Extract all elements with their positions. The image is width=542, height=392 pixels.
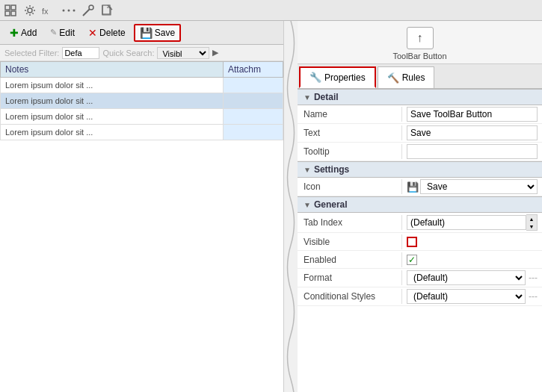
icon-select-wrap: 💾 Save [407, 179, 538, 194]
tabs: 🔧 Properties 🔨 Rules [298, 64, 542, 89]
left-panel: ✚ Add ✎ Edit ✕ Delete 💾 Save Selected Fi… [0, 21, 284, 392]
add-label: Add [21, 28, 37, 38]
gear-icon[interactable] [22, 3, 37, 18]
cell-notes: Lorem ipsum dolor sit ... [1, 109, 224, 125]
section-settings-label: Settings [314, 164, 349, 175]
enabled-checkbox[interactable]: ✓ [407, 255, 417, 265]
wavy-divider [284, 21, 298, 392]
table-area: Notes Attachm Lorem ipsum dolor sit ...L… [0, 61, 283, 392]
delete-icon: ✕ [88, 27, 97, 39]
quick-search-label: Quick Search: [102, 49, 154, 57]
edit-icon: ✎ [50, 28, 57, 37]
settings-collapse-icon[interactable]: ▼ [304, 166, 311, 174]
prop-format-row: Format (Default) --- [298, 269, 542, 287]
tools-icon[interactable] [81, 3, 96, 18]
svg-text:fx: fx [42, 6, 49, 15]
prop-tooltip-input[interactable] [407, 144, 538, 159]
prop-icon-row: Icon 💾 Save [298, 178, 542, 196]
tab-rules-label: Rules [402, 72, 425, 83]
prop-tooltip-row: Tooltip [298, 143, 542, 161]
prop-enabled-value: ✓ [402, 253, 542, 267]
icon-preview: 💾 [407, 181, 419, 193]
col-notes: Notes [1, 62, 224, 78]
format-dashes: --- [529, 273, 538, 283]
ellipsis-icon[interactable] [61, 3, 76, 18]
selected-filter-input[interactable] [62, 47, 99, 59]
svg-point-7 [68, 9, 70, 11]
tab-properties-label: Properties [324, 72, 366, 83]
prop-text-row: Text [298, 124, 542, 143]
cell-attachment [224, 93, 283, 109]
add-button[interactable]: ✚ Add [4, 25, 42, 41]
delete-button[interactable]: ✕ Delete [83, 25, 131, 41]
svg-point-10 [89, 5, 93, 10]
svg-rect-3 [11, 11, 16, 16]
prop-name-value [402, 105, 542, 123]
save-label: Save [155, 28, 175, 38]
save-button[interactable]: 💾 Save [134, 24, 181, 42]
prop-name-input[interactable] [407, 107, 538, 122]
spinner-wrap: ▲ ▼ [407, 214, 538, 231]
main-content: ✚ Add ✎ Edit ✕ Delete 💾 Save Selected Fi… [0, 21, 542, 392]
prop-name-label: Name [298, 107, 402, 122]
cell-notes: Lorem ipsum dolor sit ... [1, 93, 224, 109]
prop-tabindex-input[interactable] [407, 215, 526, 230]
general-collapse-icon[interactable]: ▼ [304, 201, 311, 209]
spinner-buttons: ▲ ▼ [526, 214, 538, 231]
conditional-styles-dashes: --- [529, 291, 538, 302]
prop-tabindex-row: Tab Index ▲ ▼ [298, 213, 542, 233]
filter-bar: Selected Filter: Quick Search: Visibl ▶ [0, 45, 283, 61]
table-row[interactable]: Lorem ipsum dolor sit ... [1, 109, 283, 125]
visible-checkbox[interactable] [407, 237, 417, 247]
section-detail-header: ▼ Detail [298, 89, 542, 105]
section-detail-label: Detail [314, 92, 339, 102]
prop-visible-value [402, 235, 542, 249]
properties-panel: ▼ Detail Name Text Tooltip [298, 89, 542, 392]
svg-point-4 [28, 8, 32, 13]
prop-format-label: Format [298, 270, 402, 285]
cell-attachment [224, 125, 283, 140]
prop-text-input[interactable] [407, 125, 538, 140]
prop-conditional-styles-select[interactable]: (Default) [407, 289, 526, 304]
svg-point-6 [63, 9, 65, 11]
tab-properties[interactable]: 🔧 Properties [299, 66, 376, 88]
section-general-label: General [314, 199, 348, 210]
section-settings-header: ▼ Settings [298, 161, 542, 178]
table-row[interactable]: Lorem ipsum dolor sit ... [1, 78, 283, 93]
export-icon[interactable] [100, 3, 115, 18]
top-toolbar: fx [0, 0, 542, 21]
prop-tooltip-label: Tooltip [298, 144, 402, 159]
table-row[interactable]: Lorem ipsum dolor sit ... [1, 93, 283, 109]
table-row[interactable]: Lorem ipsum dolor sit ... [1, 125, 283, 140]
spinner-up-button[interactable]: ▲ [526, 215, 537, 223]
spinner-down-button[interactable]: ▼ [526, 223, 537, 230]
search-trigger-icon[interactable]: ▶ [212, 48, 218, 57]
edit-button[interactable]: ✎ Edit [45, 25, 80, 40]
action-toolbar: ✚ Add ✎ Edit ✕ Delete 💾 Save [0, 21, 283, 45]
svg-point-8 [73, 9, 76, 11]
prop-tabindex-label: Tab Index [298, 215, 402, 230]
prop-icon-select[interactable]: Save [420, 179, 538, 194]
selected-filter-label: Selected Filter: [4, 49, 59, 57]
rules-icon: 🔨 [387, 72, 399, 84]
prop-format-value: (Default) --- [402, 269, 542, 287]
toolbar-button-header: ToolBar Button [298, 21, 542, 64]
prop-tooltip-value [402, 143, 542, 161]
add-icon: ✚ [10, 27, 19, 39]
prop-conditional-styles-label: Conditional Styles [298, 289, 402, 304]
tab-rules[interactable]: 🔨 Rules [378, 66, 435, 88]
cell-notes: Lorem ipsum dolor sit ... [1, 125, 224, 140]
prop-format-select[interactable]: (Default) [407, 270, 526, 285]
prop-visible-label: Visible [298, 234, 402, 249]
prop-enabled-label: Enabled [298, 252, 402, 267]
fx-icon[interactable]: fx [42, 3, 57, 18]
prop-conditional-styles-row: Conditional Styles (Default) --- [298, 287, 542, 306]
prop-tabindex-value: ▲ ▼ [402, 213, 542, 232]
right-panel: ToolBar Button 🔧 Properties 🔨 Rules ▼ De… [298, 21, 542, 392]
data-table: Notes Attachm Lorem ipsum dolor sit ...L… [0, 61, 283, 140]
grid-icon[interactable] [3, 3, 18, 18]
detail-collapse-icon[interactable]: ▼ [304, 93, 311, 102]
toolbar-button-label: ToolBar Button [392, 52, 446, 60]
quick-search-select[interactable]: Visibl [157, 47, 209, 59]
properties-icon: 🔧 [310, 72, 321, 83]
